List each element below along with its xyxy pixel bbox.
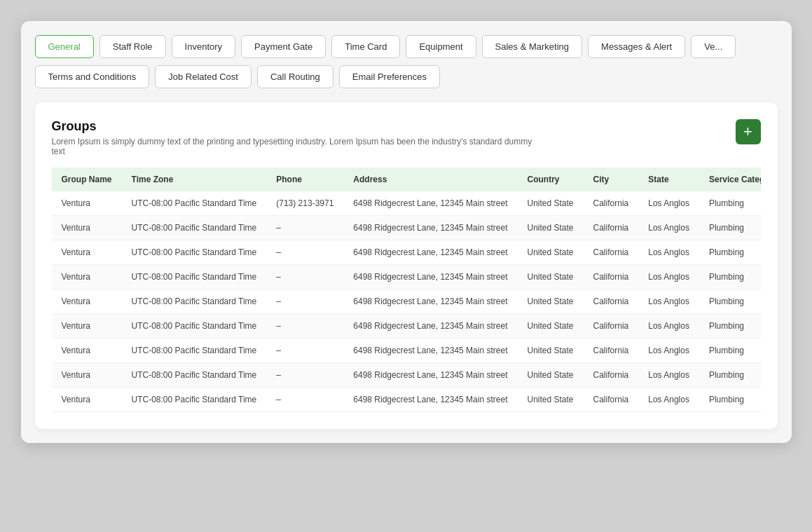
- tab-terms-conditions[interactable]: Terms and Conditions: [35, 65, 150, 88]
- table-cell: United State: [517, 240, 583, 265]
- add-group-button[interactable]: +: [736, 119, 761, 144]
- table-row[interactable]: VenturaUTC-08:00 Pacific Standard Time–6…: [52, 363, 761, 388]
- table-row[interactable]: VenturaUTC-08:00 Pacific Standard Time–6…: [52, 216, 761, 240]
- table-cell: 6498 Ridgecrest Lane, 12345 Main street: [343, 216, 517, 240]
- table-cell: Plumbing: [699, 265, 761, 289]
- table-row[interactable]: VenturaUTC-08:00 Pacific Standard Time–6…: [52, 289, 761, 314]
- tab-payment-gate[interactable]: Payment Gate: [241, 35, 326, 58]
- col-phone: Phone: [266, 168, 343, 191]
- table-cell: 6498 Ridgecrest Lane, 12345 Main street: [343, 240, 517, 265]
- col-city: City: [584, 168, 639, 191]
- tab-job-related-cost[interactable]: Job Related Cost: [155, 65, 252, 88]
- tab-call-routing[interactable]: Call Routing: [257, 65, 333, 88]
- table-cell: California: [584, 388, 639, 412]
- table-cell: –: [266, 265, 343, 289]
- table-row[interactable]: VenturaUTC-08:00 Pacific Standard Time–6…: [52, 265, 761, 289]
- table-cell: California: [584, 240, 639, 265]
- table-row[interactable]: VenturaUTC-08:00 Pacific Standard Time–6…: [52, 339, 761, 363]
- table-cell: California: [584, 216, 639, 240]
- table-cell: United State: [517, 388, 583, 412]
- table-cell: (713) 213-3971: [266, 191, 343, 216]
- table-cell: 6498 Ridgecrest Lane, 12345 Main street: [343, 191, 517, 216]
- table-cell: UTC-08:00 Pacific Standard Time: [122, 363, 267, 388]
- table-cell: –: [266, 314, 343, 339]
- table-cell: Ventura: [52, 363, 122, 388]
- groups-title: Groups: [52, 119, 542, 134]
- table-cell: Plumbing: [699, 289, 761, 314]
- table-cell: 6498 Ridgecrest Lane, 12345 Main street: [343, 339, 517, 363]
- table-cell: Ventura: [52, 240, 122, 265]
- tab-staff-role[interactable]: Staff Role: [99, 35, 166, 58]
- table-cell: United State: [517, 289, 583, 314]
- tab-general[interactable]: General: [35, 35, 94, 58]
- table-cell: 6498 Ridgecrest Lane, 12345 Main street: [343, 314, 517, 339]
- table-cell: Los Anglos: [638, 216, 699, 240]
- groups-description: Lorem Ipsum is simply dummy text of the …: [52, 137, 542, 156]
- table-cell: United State: [517, 363, 583, 388]
- tab-email-preferences[interactable]: Email Preferences: [339, 65, 440, 88]
- table-cell: Ventura: [52, 388, 122, 412]
- table-cell: –: [266, 339, 343, 363]
- tab-sales-marketing[interactable]: Sales & Marketing: [482, 35, 583, 58]
- table-row[interactable]: VenturaUTC-08:00 Pacific Standard Time–6…: [52, 314, 761, 339]
- tab-messages-alert[interactable]: Messages & Alert: [588, 35, 685, 58]
- table-cell: –: [266, 388, 343, 412]
- table-row[interactable]: VenturaUTC-08:00 Pacific Standard Time–6…: [52, 240, 761, 265]
- groups-table: Group Name Time Zone Phone Address Count…: [52, 168, 761, 412]
- table-cell: Los Anglos: [638, 191, 699, 216]
- groups-header-text: Groups Lorem Ipsum is simply dummy text …: [52, 119, 542, 156]
- table-cell: UTC-08:00 Pacific Standard Time: [122, 339, 267, 363]
- table-cell: Ventura: [52, 339, 122, 363]
- table-cell: –: [266, 289, 343, 314]
- col-state: State: [638, 168, 699, 191]
- table-cell: Ventura: [52, 289, 122, 314]
- groups-table-body: VenturaUTC-08:00 Pacific Standard Time(7…: [52, 191, 761, 412]
- table-cell: United State: [517, 191, 583, 216]
- table-cell: Los Anglos: [638, 339, 699, 363]
- table-cell: Plumbing: [699, 216, 761, 240]
- table-cell: Plumbing: [699, 388, 761, 412]
- tab-equipment[interactable]: Equipment: [406, 35, 476, 58]
- table-cell: Los Anglos: [638, 240, 699, 265]
- table-cell: UTC-08:00 Pacific Standard Time: [122, 314, 267, 339]
- table-row[interactable]: VenturaUTC-08:00 Pacific Standard Time–6…: [52, 388, 761, 412]
- table-cell: United State: [517, 265, 583, 289]
- tab-inventory[interactable]: Inventory: [172, 35, 235, 58]
- col-time-zone: Time Zone: [122, 168, 267, 191]
- table-cell: –: [266, 240, 343, 265]
- table-cell: California: [584, 265, 639, 289]
- tab-ve[interactable]: Ve...: [691, 35, 736, 58]
- col-service-category: Service Category: [699, 168, 761, 191]
- content-area: Groups Lorem Ipsum is simply dummy text …: [35, 102, 778, 429]
- table-cell: Los Anglos: [638, 388, 699, 412]
- table-cell: Los Anglos: [638, 289, 699, 314]
- tabs-row1: General Staff Role Inventory Payment Gat…: [35, 35, 778, 58]
- table-cell: Plumbing: [699, 240, 761, 265]
- table-cell: UTC-08:00 Pacific Standard Time: [122, 240, 267, 265]
- table-cell: United State: [517, 314, 583, 339]
- table-cell: California: [584, 191, 639, 216]
- table-cell: 6498 Ridgecrest Lane, 12345 Main street: [343, 289, 517, 314]
- table-cell: Ventura: [52, 314, 122, 339]
- table-cell: United State: [517, 216, 583, 240]
- table-cell: California: [584, 289, 639, 314]
- table-cell: United State: [517, 339, 583, 363]
- table-row[interactable]: VenturaUTC-08:00 Pacific Standard Time(7…: [52, 191, 761, 216]
- main-container: General Staff Role Inventory Payment Gat…: [21, 21, 792, 443]
- table-cell: Ventura: [52, 216, 122, 240]
- tab-time-card[interactable]: Time Card: [331, 35, 400, 58]
- table-header-row: Group Name Time Zone Phone Address Count…: [52, 168, 761, 191]
- table-cell: Plumbing: [699, 191, 761, 216]
- col-address: Address: [343, 168, 517, 191]
- table-cell: Plumbing: [699, 314, 761, 339]
- table-cell: California: [584, 363, 639, 388]
- col-group-name: Group Name: [52, 168, 122, 191]
- table-cell: –: [266, 363, 343, 388]
- table-cell: Los Anglos: [638, 265, 699, 289]
- table-cell: –: [266, 216, 343, 240]
- table-cell: 6498 Ridgecrest Lane, 12345 Main street: [343, 363, 517, 388]
- table-cell: 6498 Ridgecrest Lane, 12345 Main street: [343, 265, 517, 289]
- table-cell: UTC-08:00 Pacific Standard Time: [122, 289, 267, 314]
- table-cell: California: [584, 339, 639, 363]
- table-cell: UTC-08:00 Pacific Standard Time: [122, 388, 267, 412]
